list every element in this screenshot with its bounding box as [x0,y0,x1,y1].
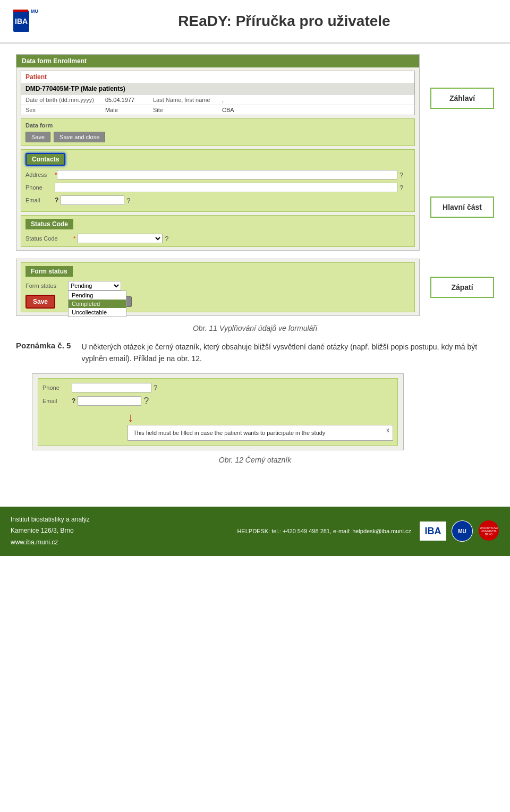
screenshot-section: Data form Enrollment Patient DMD-770405M… [16,54,494,251]
tooltip-text: This field must be filled in case the pa… [133,430,325,436]
contacts-btn-wrapper: Contacts [26,153,410,166]
email-question-mark: ? [55,196,58,204]
poznamka-title: Poznámka č. 5 [16,341,71,350]
phone-field-row: Phone ? [26,183,410,192]
site-value: CBA [222,107,234,113]
svg-text:MU: MU [458,528,466,534]
site-label: Site [153,107,222,113]
main-content: Data form Enrollment Patient DMD-770405M… [0,44,510,491]
tooltip-popup: x This field must be filled in case the … [128,425,393,441]
sex-row: Sex Male Site CBA [21,105,414,115]
red-arrow-icon: ↓ [128,410,393,425]
footer-muni-logo: MASARYKOVA UNIVERZITA BRNO [478,520,499,543]
example-inner: Phone ? Email ? ? ↓ x This field must be… [38,378,398,446]
email-input[interactable] [61,195,124,205]
zapati-label-col: Zápatí [430,259,494,316]
patient-section: Patient DMD-770405M-TP (Male patients) D… [21,71,415,115]
dropdown-completed[interactable]: Completed [69,300,126,308]
footer-line1: Institut biostatistiky a analýz [11,514,90,526]
svg-text:BRNO: BRNO [485,533,493,536]
phone-input[interactable] [55,183,397,192]
figure11-caption: Obr. 11 Vyplňování údajů ve formuláři [16,324,494,332]
helpdesk-text: HELPDESK: tel.: +420 549 498 281, e-mail… [237,528,411,534]
footer-right: HELPDESK: tel.: +420 549 498 281, e-mail… [237,520,499,543]
sex-label: Sex [26,107,105,113]
svg-rect-3 [13,10,28,12]
form-status-section: Form status Form status Pending Complete… [21,262,415,312]
example-email-input[interactable] [78,396,141,406]
address-label: Address [26,172,55,178]
phone-label: Phone [26,184,55,191]
page-header: IBA MU REaDY: Příručka pro uživatele [0,0,510,44]
form-status-row: Form status Pending Completed Uncollecta… [26,281,410,290]
footer-line3: www.iba.muni.cz [11,537,90,549]
form-status-dropdown-wrapper: Pending Completed Uncollectable Pending … [68,281,121,290]
footer-left: Institut biostatistiky a analýz Kamenice… [11,514,90,549]
status-code-row: Status Code * ? [26,234,410,243]
status-code-section: Status Code Status Code * ? [21,215,415,247]
logo-area: IBA MU [11,5,53,37]
save-close-button[interactable]: Save and close [54,132,105,142]
status-code-tooltip-icon[interactable]: ? [165,235,175,243]
dropdown-menu: Pending Completed Uncollectable [68,290,126,317]
page-title: REaDY: Příručka pro uživatele [69,13,499,30]
address-input[interactable] [57,170,397,180]
status-code-title: Status Code [26,219,73,229]
status-code-required: * [73,235,75,242]
button-row: Save Save and close [26,132,410,142]
example-phone-label: Phone [42,384,72,391]
form-status-label: Form status [26,283,68,289]
form-status-screenshot: Form status Form status Pending Complete… [16,259,420,316]
contacts-button[interactable]: Contacts [26,153,65,166]
dob-value: 05.04.1977 [105,97,153,103]
example-screenshot: Phone ? Email ? ? ↓ x This field must be… [32,373,404,450]
example-email-row: Email ? ? [42,396,393,407]
footer-screenshot-section: Form status Form status Pending Complete… [16,259,494,316]
poznamka-text: U některých otázek je černý otazník, kte… [81,341,494,365]
lastname-label: Last Name, first name [153,97,222,103]
hlavni-cast-label: Hlavní část [430,196,494,218]
phone-tooltip-icon[interactable]: ? [400,184,410,192]
dob-row: Date of birth (dd.mm.yyyy) 05.04.1977 La… [21,95,414,105]
status-code-label: Status Code [26,235,73,242]
figure12-caption: Obr. 12 Černý otazník [16,456,494,464]
save-button[interactable]: Save [26,132,50,142]
footer-logos: IBA MU MASARYKOVA UNIVERZITA BRNO [420,520,499,543]
dropdown-uncollectable[interactable]: Uncollectable [69,308,126,317]
footer-iba-logo: IBA [420,522,446,541]
example-phone-tooltip[interactable]: ? [154,383,164,391]
form-screenshot: Data form Enrollment Patient DMD-770405M… [16,54,420,251]
example-email-label: Email [42,398,72,404]
example-phone-input[interactable] [72,383,151,392]
poznamka-section: Poznámka č. 5 U některých otázek je čern… [16,341,494,365]
form-status-select[interactable]: Pending Completed Uncollectable [68,281,121,290]
data-form-label: Data form [26,122,410,129]
dropdown-pending[interactable]: Pending [69,291,126,300]
footer-line2: Kamenice 126/3, Brno [11,525,90,537]
email-tooltip-icon[interactable]: ? [126,196,137,204]
iba-logo: IBA MU [11,5,53,37]
patient-label: Patient [21,71,414,83]
form-title-bar: Data form Enrollment [16,55,419,67]
email-label: Email [26,197,55,203]
zapati-label: Zápatí [430,277,494,298]
example-email-qmark: ? [72,397,75,405]
dob-label: Date of birth (dd.mm.yyyy) [26,97,105,103]
data-form-area: Data form Save Save and close [21,118,415,146]
svg-text:IBA: IBA [15,17,28,25]
email-field-row: Email ? ? [26,195,410,205]
address-field-row: Address * ? [26,170,410,180]
save-button-2[interactable]: Save [26,295,55,309]
zahlaví-label: Záhlaví [430,88,494,109]
sex-value: Male [105,107,153,113]
address-tooltip-icon[interactable]: ? [400,171,410,179]
page-footer: Institut biostatistiky a analýz Kamenice… [0,507,510,556]
tooltip-close-btn[interactable]: x [386,426,389,434]
example-tooltip-trigger[interactable]: ? [143,396,149,407]
status-code-select[interactable] [78,234,163,243]
poznamka-content: Poznámka č. 5 U některých otázek je čern… [16,341,494,365]
patient-id: DMD-770405M-TP (Male patients) [21,83,414,95]
form-status-title: Form status [26,266,73,277]
contacts-section: Contacts Address * ? Phone ? Email ? [21,149,415,212]
svg-text:MU: MU [31,8,38,14]
